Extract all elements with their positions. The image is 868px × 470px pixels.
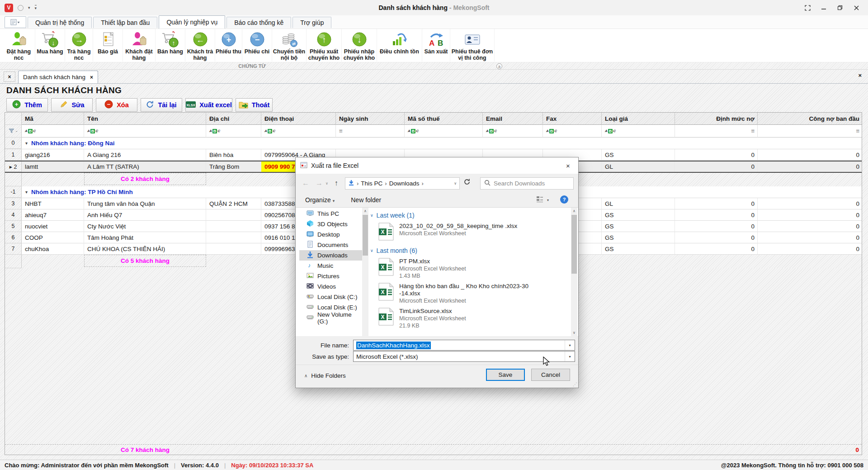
file-item[interactable]: XHàng tồn kho ban đầu _ Kho Kho chính202…: [368, 283, 571, 304]
resize-grip[interactable]: ⋰: [573, 382, 577, 387]
sidebar-item-downloads[interactable]: Downloads: [299, 250, 362, 261]
new-folder-button[interactable]: New folder: [351, 196, 381, 204]
column-header-inh-muc-no[interactable]: Định mức nợ: [675, 113, 758, 125]
column-header-ia-chi[interactable]: Địa chỉ: [206, 113, 261, 125]
address-breadcrumb[interactable]: › This PC›Downloads› ∨: [345, 177, 460, 190]
ribbon-item-phieu-nhap-chuyen-kho[interactable]: ↓Phiếu nhập chuyển kho: [342, 29, 377, 62]
sidebar-scrollbar[interactable]: ∧: [362, 208, 368, 336]
hide-folders-button[interactable]: ∧ Hide Folders: [304, 372, 346, 379]
fullscreen-button[interactable]: [804, 4, 811, 11]
ribbon-item-at-hang-ncc[interactable]: Đặt hàng ncc: [3, 29, 35, 62]
view-toggle-icon[interactable]: [536, 196, 543, 204]
menu-tab-quan-ly-nghiep-vu[interactable]: Quản lý nghiệp vụ: [159, 15, 225, 28]
ribbon-item-ieu-chinh-ton[interactable]: Điều chỉnh tồn: [377, 29, 422, 62]
menu-tab-thiet-lap-ban-au[interactable]: Thiết lập ban đầu: [93, 17, 157, 28]
help-icon[interactable]: ?: [560, 195, 569, 205]
save-button[interactable]: Save: [486, 369, 525, 381]
breadcrumb-item-downloads[interactable]: Downloads: [389, 180, 420, 187]
panel-close-button[interactable]: ×: [858, 72, 862, 79]
address-dropdown-icon[interactable]: ∨: [454, 181, 457, 185]
sidebar-item-music[interactable]: ♪Music: [299, 261, 362, 271]
sidebar-item-videos[interactable]: Videos: [299, 281, 362, 292]
doc-tab-close-icon[interactable]: ×: [90, 74, 93, 81]
sidebar-item-new-volume-g[interactable]: New Volume (G:): [299, 313, 362, 323]
menu-tab-bao-cao-thong-ke[interactable]: Báo cáo thống kê: [226, 17, 291, 28]
tabstrip-close-button[interactable]: ×: [4, 71, 15, 82]
filter-cell-ma[interactable]: ABC: [22, 125, 84, 138]
back-icon[interactable]: ←: [302, 179, 309, 187]
filter-cell-ngay-sinh[interactable]: =: [336, 125, 405, 138]
column-header-ngay-sinh[interactable]: Ngày sinh: [336, 113, 405, 125]
filter-cell-loai-gia[interactable]: ABC: [602, 125, 675, 138]
sidebar-item-local-disk-c[interactable]: Local Disk (C:): [299, 292, 362, 302]
ribbon-collapse-button[interactable]: a: [496, 63, 502, 69]
scroll-down-icon[interactable]: ∨: [571, 329, 577, 336]
search-input[interactable]: Search Downloads: [480, 177, 574, 190]
sidebar-item-desktop[interactable]: Desktop: [299, 229, 362, 240]
scroll-up-icon[interactable]: ∧: [362, 208, 368, 214]
refresh-icon[interactable]: [463, 178, 471, 187]
ribbon-item-ban-hang[interactable]: ↑Bán hàng: [156, 29, 185, 62]
ribbon-item-mua-hang[interactable]: ↓Mua hàng: [35, 29, 65, 62]
file-item[interactable]: XPT PM.xlsxMicrosoft Excel Worksheet1.43…: [368, 258, 571, 280]
view-dropdown-icon[interactable]: ▾: [547, 198, 549, 202]
file-name-dropdown-icon[interactable]: ▾: [565, 340, 575, 350]
ribbon-item-khach-tra-hang[interactable]: ←Khách trả hàng: [185, 29, 215, 62]
ribbon-item-phieu-thue-on-vi-thi-cong[interactable]: Phiếu thuê đơn vị thi công: [450, 29, 495, 62]
tab-danh-sach-khach-hang[interactable]: Danh sách khách hàng ×: [18, 71, 98, 83]
filter-cell-cong-no-ban-au[interactable]: =: [758, 125, 862, 138]
ribbon-item-phieu-xuat-chuyen-kho[interactable]: ↑Phiếu xuất chuyển kho: [307, 29, 342, 62]
sidebar-item-3d-objects[interactable]: 3D Objects: [299, 219, 362, 229]
filter-cell-fax[interactable]: ABC: [543, 125, 602, 138]
column-header-ma-so-thue[interactable]: Mã số thuế: [405, 113, 483, 125]
sidebar-item-pictures[interactable]: Pictures: [299, 271, 362, 281]
column-header-ma[interactable]: Mã: [22, 113, 84, 125]
file-item[interactable]: X2023_10_02_09_59_58_keeping_time .xlsxM…: [368, 223, 571, 242]
ribbon-item-chuyen-tien-noi-bo[interactable]: ⇄Chuyển tiền nội bộ: [272, 29, 307, 62]
filelist-scrollbar[interactable]: ∧ ∨: [571, 208, 577, 336]
thoat-button[interactable]: Thoát: [236, 98, 273, 112]
filter-cell-ma-so-thue[interactable]: ABC: [405, 125, 483, 138]
delete-button[interactable]: −Xóa: [96, 98, 137, 112]
breadcrumb-item-this-pc[interactable]: This PC: [361, 180, 382, 187]
save-type-dropdown-icon[interactable]: ▾: [565, 351, 575, 361]
ribbon-item-tra-hang-ncc[interactable]: →Trả hàng ncc: [65, 29, 93, 62]
xuat-excel-button[interactable]: XLSXXuất excel: [185, 98, 232, 112]
sidebar-item-documents[interactable]: Documents: [299, 240, 362, 250]
filter-cell-ten[interactable]: ABC: [84, 125, 206, 138]
scroll-up-icon[interactable]: ∧: [571, 208, 577, 214]
cancel-button[interactable]: Cancel: [531, 369, 570, 381]
filter-cell-ien-thoai[interactable]: ABC: [261, 125, 336, 138]
app-menu-button[interactable]: [5, 16, 26, 28]
menu-tab-quan-tri-he-thong[interactable]: Quản trị hệ thống: [28, 17, 92, 28]
forward-icon[interactable]: →: [316, 179, 323, 187]
close-button[interactable]: [853, 4, 860, 11]
ribbon-item-phieu-chi[interactable]: −Phiếu chi: [242, 29, 272, 62]
ribbon-item-khach-at-hang[interactable]: Khách đặt hàng: [123, 29, 156, 62]
file-group-header-last-month-6[interactable]: ∨Last month (6): [368, 246, 571, 256]
sua-button[interactable]: Sửa: [51, 98, 93, 112]
dialog-close-button[interactable]: ×: [558, 157, 578, 174]
collapse-triangle-icon[interactable]: ▾: [25, 190, 28, 195]
column-header-fax[interactable]: Fax: [543, 113, 602, 125]
history-chevron-icon[interactable]: ∨: [326, 181, 328, 185]
minimize-button[interactable]: [820, 4, 827, 11]
restore-button[interactable]: [836, 4, 844, 11]
column-header-ien-thoai[interactable]: Điện thoại: [261, 113, 336, 125]
ribbon-item-phieu-thu[interactable]: +Phiếu thu: [215, 29, 242, 62]
menu-tab-tro-giup[interactable]: Trợ giúp: [292, 17, 331, 28]
group-row[interactable]: 0▾Nhóm khách hàng: Đồng Nai: [5, 138, 862, 149]
save-type-select[interactable]: Microsoft Excel (*.xlsx) ▾: [353, 351, 575, 362]
filter-cell-email[interactable]: ABC: [483, 125, 543, 138]
ribbon-item-san-xuat[interactable]: ABSản xuất: [422, 29, 450, 62]
filter-cell-ia-chi[interactable]: ABC: [206, 125, 261, 138]
up-icon[interactable]: ↑: [335, 179, 338, 187]
column-header-email[interactable]: Email: [483, 113, 543, 125]
file-name-input[interactable]: DanhSachKhachHang.xlsx ▾: [353, 340, 575, 351]
organize-button[interactable]: Organize ▾: [305, 196, 335, 204]
ribbon-item-bao-gia[interactable]: Báo giá: [93, 29, 123, 62]
column-header-cong-no-ban-au[interactable]: Công nợ ban đầu: [758, 113, 862, 125]
tai-lai-button[interactable]: Tải lại: [141, 98, 182, 112]
column-header-ten[interactable]: Tên: [84, 113, 206, 125]
file-item[interactable]: XTimLinkSource.xlsxMicrosoft Excel Works…: [368, 308, 571, 329]
